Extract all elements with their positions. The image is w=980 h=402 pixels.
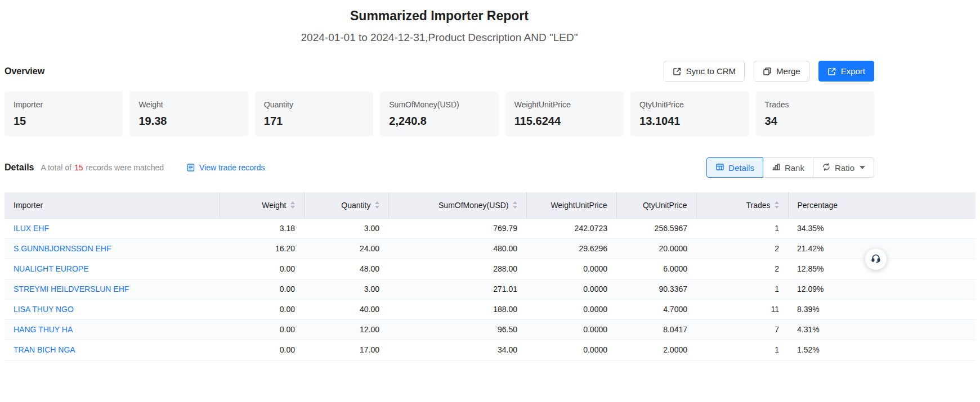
card-label: QtyUnitPrice [639, 100, 740, 109]
cell-trades: 11 [696, 299, 788, 319]
merge-button[interactable]: Merge [754, 61, 809, 82]
cell-qty-unit-price: 8.0417 [616, 319, 696, 340]
tab-rank-label: Rank [785, 163, 804, 173]
cell-importer: NUALIGHT EUROPE [5, 259, 220, 279]
sort-icon[interactable] [375, 201, 379, 209]
table-header: Importer Weight Quantity SumOfMoney(USD)… [5, 192, 975, 218]
chevron-down-icon [860, 166, 865, 169]
tab-rank[interactable]: Rank [763, 157, 813, 178]
export-icon [827, 67, 836, 76]
cell-trades: 1 [696, 218, 788, 238]
matched-suffix: records were matched [86, 163, 164, 172]
importer-link[interactable]: STREYMI HEILDVERSLUN EHF [14, 284, 129, 293]
stat-card: Quantity 171 [255, 92, 373, 136]
card-label: SumOfMoney(USD) [389, 100, 489, 109]
cell-quantity: 3.00 [304, 279, 388, 299]
column-header-weight-unit-price: WeightUnitPrice [526, 192, 616, 218]
column-header-qty-unit-price: QtyUnitPrice [616, 192, 696, 218]
card-value: 13.1041 [639, 115, 740, 128]
card-value: 15 [14, 115, 114, 128]
column-label: QtyUnitPrice [643, 201, 687, 210]
cell-weight: 0.00 [220, 299, 304, 319]
cell-weight-unit-price: 0.0000 [526, 279, 616, 299]
cell-importer: HANG THUY HA [5, 319, 220, 340]
cell-sum-of-money: 96.50 [388, 319, 526, 340]
cell-quantity: 12.00 [304, 319, 388, 340]
column-header-sum-of-money[interactable]: SumOfMoney(USD) [388, 192, 526, 218]
stat-card: Importer 15 [5, 92, 123, 136]
cell-importer: LISA THUY NGO [5, 299, 220, 319]
cell-weight: 0.00 [220, 319, 304, 340]
cell-weight: 0.00 [220, 279, 304, 299]
overview-bar: Overview Sync to CRM [5, 61, 874, 82]
table-row: NUALIGHT EUROPE0.0048.00288.000.00006.00… [5, 259, 975, 279]
stat-card: SumOfMoney(USD) 2,240.8 [380, 92, 498, 136]
column-label: Quantity [341, 201, 370, 210]
importer-link[interactable]: HANG THUY HA [14, 325, 73, 334]
cell-sum-of-money: 288.00 [388, 259, 526, 279]
cell-sum-of-money: 271.01 [388, 279, 526, 299]
cell-weight: 0.00 [220, 259, 304, 279]
view-trade-records-link[interactable]: View trade records [186, 163, 265, 172]
details-bar: Details A total of15records were matched… [5, 157, 874, 178]
column-header-trades[interactable]: Trades [696, 192, 788, 218]
cell-sum-of-money: 769.79 [388, 218, 526, 238]
card-value: 171 [264, 115, 364, 128]
column-label: Trades [746, 201, 770, 210]
cell-quantity: 24.00 [304, 238, 388, 259]
column-header-weight[interactable]: Weight [220, 192, 304, 218]
card-label: WeightUnitPrice [514, 100, 615, 109]
cell-qty-unit-price: 6.0000 [616, 259, 696, 279]
importer-link[interactable]: ILUX EHF [14, 224, 49, 233]
column-label: SumOfMoney(USD) [438, 201, 508, 210]
table-row: HANG THUY HA0.0012.0096.500.00008.041774… [5, 319, 975, 340]
page-title: Summarized Importer Report [5, 8, 874, 24]
stat-card: Trades 34 [756, 92, 874, 136]
importer-link[interactable]: NUALIGHT EUROPE [14, 264, 89, 273]
card-value: 115.6244 [514, 115, 615, 128]
cell-qty-unit-price: 256.5967 [616, 218, 696, 238]
card-label: Weight [138, 100, 239, 109]
cell-weight-unit-price: 0.0000 [526, 299, 616, 319]
export-button[interactable]: Export [818, 61, 874, 82]
sync-to-crm-button[interactable]: Sync to CRM [664, 61, 745, 82]
details-label: Details [5, 162, 34, 173]
importer-link[interactable]: S GUNNBJORNSSON EHF [14, 244, 111, 253]
cell-weight: 3.18 [220, 218, 304, 238]
tab-details[interactable]: Details [706, 157, 763, 178]
sort-icon[interactable] [513, 201, 517, 209]
table-header-row: Importer Weight Quantity SumOfMoney(USD)… [5, 192, 975, 218]
tab-ratio[interactable]: Ratio [813, 157, 874, 178]
importer-link[interactable]: TRAN BICH NGA [14, 345, 75, 354]
support-widget-button[interactable] [865, 249, 887, 270]
card-label: Importer [14, 100, 114, 109]
importer-link[interactable]: LISA THUY NGO [14, 305, 74, 314]
view-switcher: Details Rank [706, 157, 874, 178]
cell-trades: 2 [696, 259, 788, 279]
cell-percentage: 34.35% [788, 218, 975, 238]
cell-quantity: 48.00 [304, 259, 388, 279]
cell-weight-unit-price: 242.0723 [526, 218, 616, 238]
sort-icon[interactable] [290, 201, 295, 209]
table-row: STREYMI HEILDVERSLUN EHF0.003.00271.010.… [5, 279, 975, 299]
cell-trades: 1 [696, 340, 788, 360]
cell-quantity: 17.00 [304, 340, 388, 360]
cell-qty-unit-price: 4.7000 [616, 299, 696, 319]
headset-icon [871, 253, 881, 265]
table-body: ILUX EHF3.183.00769.79242.0723256.596713… [5, 218, 975, 360]
cell-trades: 2 [696, 238, 788, 259]
cell-percentage: 8.39% [788, 299, 975, 319]
matched-count: 15 [74, 163, 83, 172]
column-header-quantity[interactable]: Quantity [304, 192, 388, 218]
sort-icon[interactable] [775, 201, 779, 209]
rank-icon [772, 162, 781, 173]
export-label: Export [841, 66, 865, 76]
cell-quantity: 3.00 [304, 218, 388, 238]
column-label: WeightUnitPrice [551, 201, 607, 210]
sync-icon [673, 67, 682, 76]
cell-weight-unit-price: 0.0000 [526, 259, 616, 279]
cell-weight-unit-price: 0.0000 [526, 319, 616, 340]
card-value: 34 [765, 115, 865, 128]
table-row: LISA THUY NGO0.0040.00188.000.00004.7000… [5, 299, 975, 319]
table-row: TRAN BICH NGA0.0017.0034.000.00002.00001… [5, 340, 975, 360]
